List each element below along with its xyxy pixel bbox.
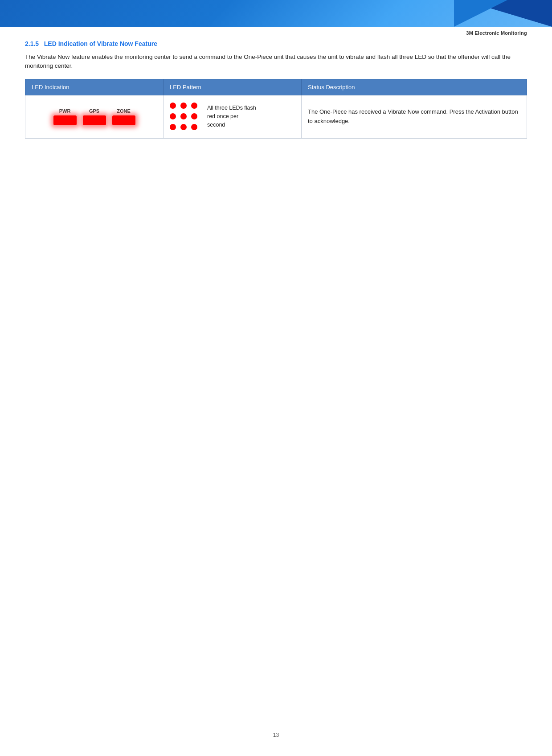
led-indication-cell: PWR GPS ZONE	[25, 95, 164, 138]
led-item-gps: GPS	[83, 108, 106, 125]
led-label-zone: ZONE	[117, 108, 131, 114]
main-content: 2.1.5 LED Indication of Vibrate Now Feat…	[25, 40, 527, 139]
dot-8	[180, 124, 187, 130]
dot-6	[191, 113, 197, 119]
dot-grid	[170, 103, 198, 131]
section-number: 2.1.5	[25, 40, 39, 47]
body-paragraph: The Vibrate Now feature enables the moni…	[25, 53, 527, 71]
header-banner	[0, 0, 552, 27]
table-header-row: LED Indication LED Pattern Status Descri…	[25, 79, 527, 95]
led-label-pwr: PWR	[59, 108, 71, 114]
led-rect-pwr	[53, 115, 77, 125]
table-row: PWR GPS ZONE	[25, 95, 527, 138]
pattern-text-line1: All three LEDs flash	[207, 105, 256, 111]
led-rect-zone	[112, 115, 135, 125]
dot-9	[191, 124, 197, 130]
col-header-led-indication: LED Indication	[25, 79, 164, 95]
col-header-status-description: Status Description	[302, 79, 527, 95]
dot-4	[170, 113, 176, 119]
led-item-zone: ZONE	[112, 108, 135, 125]
led-item-pwr: PWR	[53, 108, 77, 125]
dot-2	[180, 103, 187, 109]
pattern-text-line3: second	[207, 122, 225, 128]
pattern-text-line2: red once per	[207, 113, 238, 119]
dot-3	[191, 103, 197, 109]
dot-5	[180, 113, 187, 119]
section-title: LED Indication of Vibrate Now Feature	[44, 40, 157, 47]
led-label-gps: GPS	[89, 108, 99, 114]
brand-name: 3M Electronic Monitoring	[466, 30, 527, 36]
led-table: LED Indication LED Pattern Status Descri…	[25, 79, 527, 139]
led-rect-gps	[83, 115, 106, 125]
col-header-led-pattern: LED Pattern	[164, 79, 302, 95]
dot-1	[170, 103, 176, 109]
section-heading: 2.1.5 LED Indication of Vibrate Now Feat…	[25, 40, 527, 47]
led-pattern-cell: All three LEDs flash red once per second	[164, 95, 302, 138]
led-group: PWR GPS ZONE	[32, 108, 157, 125]
pattern-text: All three LEDs flash red once per second	[207, 104, 256, 129]
dot-7	[170, 124, 176, 130]
led-pattern-content: All three LEDs flash red once per second	[170, 103, 295, 131]
status-description-cell: The One-Piece has received a Vibrate Now…	[302, 95, 527, 138]
page-number: 13	[273, 732, 279, 738]
